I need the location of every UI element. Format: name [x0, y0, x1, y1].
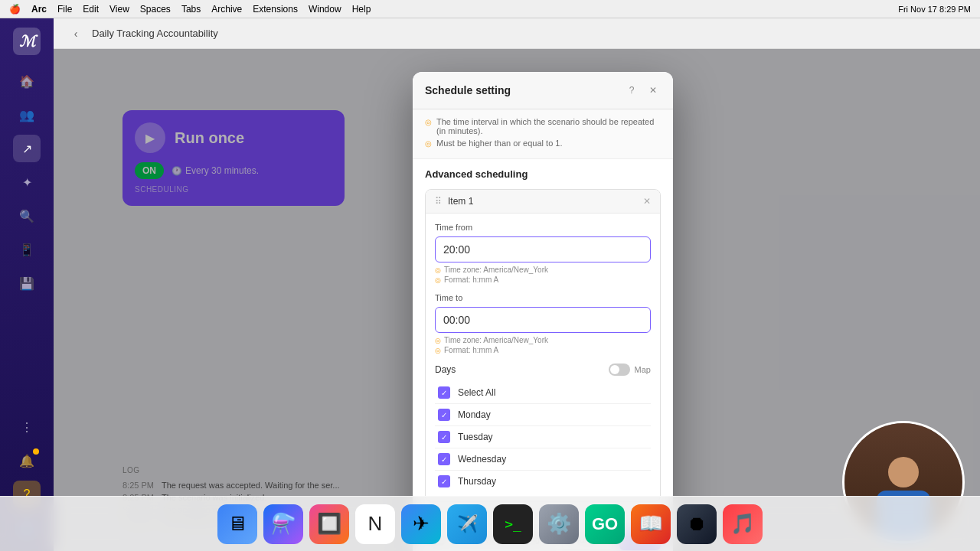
- days-header: Days Map: [435, 364, 651, 376]
- sidebar-logo: ℳ: [13, 28, 41, 55]
- close-button[interactable]: ✕: [645, 83, 661, 98]
- hint-icon-3: ◎: [435, 337, 441, 344]
- menu-edit[interactable]: Edit: [83, 4, 99, 15]
- checkbox-thursday[interactable]: ✓: [438, 475, 450, 487]
- time-from-hint-format: ◎ Format: h:mm A: [435, 276, 651, 284]
- dock-launchpad[interactable]: 🔲: [309, 504, 349, 544]
- day-item-monday[interactable]: ✓ Monday: [435, 404, 651, 426]
- sidebar: ℳ 🏠 👥 ↗ ✦ 🔍 📱 💾 ⋮ 🔔 ? 👤: [0, 18, 54, 551]
- menu-file[interactable]: File: [57, 4, 72, 15]
- browser-window: ℳ 🏠 👥 ↗ ✦ 🔍 📱 💾 ⋮ 🔔 ? 👤 ‹ Daily Tracking…: [0, 18, 980, 551]
- drag-handle-icon[interactable]: ⠿: [435, 196, 442, 207]
- menubar-right: Fri Nov 17 8:29 PM: [898, 5, 971, 14]
- modal-body: ◎ The time interval in which the scenari…: [413, 109, 673, 520]
- day-name-select-all: Select All: [458, 387, 495, 398]
- modal-title: Schedule setting: [425, 84, 511, 96]
- info-notes: ◎ The time interval in which the scenari…: [413, 109, 673, 159]
- dock-terminal[interactable]: >_: [493, 504, 533, 544]
- app-name[interactable]: Arc: [31, 4, 47, 15]
- system-time: Fri Nov 17 8:29 PM: [898, 5, 971, 14]
- sidebar-item-storage[interactable]: 💾: [13, 269, 41, 297]
- item-body: Time from ◎ Time zone: America/New_York …: [426, 214, 660, 501]
- modal-header: Schedule setting ? ✕: [413, 72, 673, 109]
- menu-tabs[interactable]: Tabs: [181, 4, 201, 15]
- dock-notion[interactable]: N: [355, 504, 395, 544]
- sidebar-item-more[interactable]: ⋮: [13, 413, 41, 441]
- menubar: 🍎 Arc File Edit View Spaces Tabs Archive…: [0, 0, 980, 18]
- modal-header-icons: ? ✕: [624, 83, 661, 98]
- time-to-hint-timezone: ◎ Time zone: America/New_York: [435, 336, 651, 344]
- sidebar-item-notifications[interactable]: 🔔: [13, 447, 41, 474]
- dock-obs[interactable]: ⏺: [677, 504, 717, 544]
- item-card-left: ⠿ Item 1: [435, 196, 473, 207]
- menu-view[interactable]: View: [109, 4, 129, 15]
- time-from-input[interactable]: [435, 236, 651, 262]
- item-title: Item 1: [448, 196, 473, 207]
- dock-books[interactable]: 📖: [631, 504, 671, 544]
- hint-icon-4: ◎: [435, 347, 441, 354]
- dock-finder[interactable]: 🖥: [217, 504, 257, 544]
- main-content: ‹ Daily Tracking Accountability ▶ Run on…: [54, 18, 980, 551]
- day-name-monday: Monday: [458, 409, 491, 420]
- day-name-thursday: Thursday: [458, 476, 496, 487]
- time-to-hints: ◎ Time zone: America/New_York ◎ Format: …: [435, 336, 651, 354]
- dock-xcode[interactable]: ⚗️: [263, 504, 303, 544]
- hint-icon-1: ◎: [435, 266, 441, 274]
- day-name-tuesday: Tuesday: [458, 432, 493, 442]
- dock-telegram[interactable]: ✈️: [447, 504, 487, 544]
- advanced-scheduling-section: Advanced scheduling ⠿ Item 1 ✕: [413, 159, 673, 520]
- sidebar-item-integrations[interactable]: ✦: [13, 168, 41, 196]
- time-from-hints: ◎ Time zone: America/New_York ◎ Format: …: [435, 266, 651, 284]
- dock-goland[interactable]: GO: [585, 504, 625, 544]
- menu-window[interactable]: Window: [309, 4, 341, 15]
- hint-icon-2: ◎: [435, 276, 441, 284]
- back-button[interactable]: ‹: [66, 24, 86, 44]
- map-label: Map: [635, 365, 651, 374]
- time-to-label: Time to: [435, 293, 651, 302]
- time-to-hint-format: ◎ Format: h:mm A: [435, 346, 651, 354]
- day-item-wednesday[interactable]: ✓ Wednesday: [435, 448, 651, 471]
- info-icon-2: ◎: [425, 139, 432, 148]
- tab-bar: ‹ Daily Tracking Accountability: [54, 18, 980, 49]
- checkbox-select-all[interactable]: ✓: [438, 386, 450, 399]
- dock-settings[interactable]: ⚙️: [539, 504, 579, 544]
- map-toggle-knob: [610, 365, 619, 374]
- menu-spaces[interactable]: Spaces: [140, 4, 171, 15]
- checkbox-monday[interactable]: ✓: [438, 409, 450, 421]
- item-card-1: ⠿ Item 1 ✕ Time from: [425, 189, 661, 502]
- menu-archive[interactable]: Archive: [211, 4, 242, 15]
- info-note-2: ◎ Must be higher than or equal to 1.: [425, 139, 661, 148]
- menu-help[interactable]: Help: [352, 4, 371, 15]
- dock-music[interactable]: 🎵: [723, 504, 763, 544]
- day-item-tuesday[interactable]: ✓ Tuesday: [435, 426, 651, 448]
- dock-testflight[interactable]: ✈: [401, 504, 441, 544]
- checkbox-tuesday[interactable]: ✓: [438, 431, 450, 443]
- schedule-setting-modal: Schedule setting ? ✕ ◎ The time interval…: [413, 72, 673, 551]
- days-label: Days: [435, 364, 456, 375]
- page-title: Daily Tracking Accountability: [92, 28, 218, 39]
- info-note-1: ◎ The time interval in which the scenari…: [425, 117, 661, 135]
- item-close-button[interactable]: ✕: [643, 196, 651, 207]
- menu-extensions[interactable]: Extensions: [253, 4, 298, 15]
- sidebar-item-users[interactable]: 👥: [13, 101, 41, 129]
- sidebar-item-share[interactable]: ↗: [13, 135, 41, 162]
- day-name-wednesday: Wednesday: [458, 454, 506, 465]
- map-toggle-switch[interactable]: [609, 364, 630, 376]
- checkbox-wednesday[interactable]: ✓: [438, 453, 450, 465]
- page-background: ▶ Run once ON 🕐 Every 30 minutes. SCHEDU…: [54, 49, 980, 551]
- day-item-thursday[interactable]: ✓ Thursday: [435, 471, 651, 492]
- sidebar-item-phone[interactable]: 📱: [13, 236, 41, 263]
- map-toggle[interactable]: Map: [609, 364, 651, 376]
- menubar-left: 🍎 Arc File Edit View Spaces Tabs Archive…: [9, 4, 371, 15]
- dock: 🖥 ⚗️ 🔲 N ✈ ✈️ >_ ⚙️ GO 📖 ⏺ 🎵: [0, 496, 980, 551]
- advanced-scheduling-title: Advanced scheduling: [425, 168, 661, 180]
- help-button[interactable]: ?: [624, 83, 639, 98]
- person-head: [888, 457, 919, 487]
- time-from-hint-timezone: ◎ Time zone: America/New_York: [435, 266, 651, 274]
- apple-menu[interactable]: 🍎: [9, 4, 21, 15]
- item-card-header: ⠿ Item 1 ✕: [426, 190, 660, 214]
- time-to-input[interactable]: [435, 307, 651, 333]
- sidebar-item-search[interactable]: 🔍: [13, 202, 41, 230]
- day-item-select-all[interactable]: ✓ Select All: [435, 382, 651, 404]
- sidebar-item-home[interactable]: 🏠: [13, 67, 41, 95]
